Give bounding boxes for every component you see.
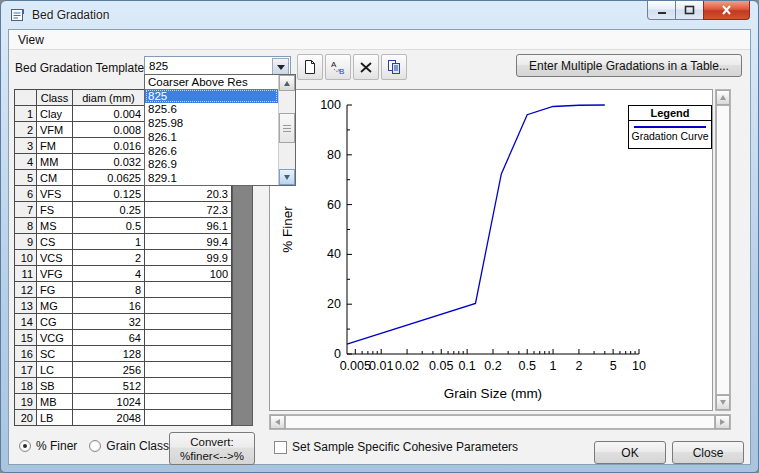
diam-cell[interactable]: 8 — [73, 282, 145, 298]
diam-cell[interactable]: 1 — [73, 234, 145, 250]
row-number-cell: 2 — [15, 122, 37, 138]
bed-gradation-dialog: Bed Gradation View Bed Gradation Templat… — [0, 0, 759, 473]
convert-button-line1: Convert: — [190, 435, 233, 449]
percent-finer-cell[interactable]: 96.1 — [145, 218, 232, 234]
svg-text:Grain Size (mm): Grain Size (mm) — [444, 386, 542, 401]
diam-cell[interactable]: 0.25 — [73, 202, 145, 218]
scroll-up-button[interactable] — [716, 90, 730, 105]
template-toolbar: A B — [297, 54, 407, 80]
percent-finer-cell[interactable]: 72.3 — [145, 202, 232, 218]
minimize-button[interactable] — [647, 1, 676, 20]
diam-cell[interactable]: 1024 — [73, 394, 145, 410]
svg-text:A: A — [331, 60, 337, 69]
class-cell: LB — [37, 410, 73, 426]
percent-finer-cell[interactable] — [145, 362, 232, 378]
scroll-down-button[interactable] — [716, 395, 730, 410]
table-row: 13MG16 — [15, 298, 232, 314]
dropdown-item[interactable]: 825.6 — [145, 103, 278, 117]
menu-bar: View — [9, 30, 750, 50]
dropdown-item[interactable]: 829.1 — [145, 171, 278, 185]
diam-cell[interactable]: 32 — [73, 314, 145, 330]
diam-cell[interactable]: 512 — [73, 378, 145, 394]
dropdown-item[interactable]: 825.98 — [145, 116, 278, 130]
chart-horizontal-scrollbar[interactable] — [269, 414, 731, 430]
delete-icon — [358, 59, 374, 75]
diam-cell[interactable]: 0.0625 — [73, 170, 145, 186]
row-number-cell: 11 — [15, 266, 37, 282]
menu-view[interactable]: View — [9, 31, 53, 49]
dropdown-item[interactable]: 826.9 — [145, 158, 278, 172]
svg-text:10: 10 — [632, 359, 646, 373]
class-cell: SC — [37, 346, 73, 362]
percent-finer-cell[interactable]: 20.3 — [145, 186, 232, 202]
dropdown-scrollbar[interactable] — [278, 75, 295, 185]
close-dialog-button[interactable]: Close — [672, 441, 744, 464]
dropdown-item[interactable]: 825 — [145, 89, 278, 103]
diam-cell[interactable]: 0.5 — [73, 218, 145, 234]
svg-text:100: 100 — [320, 98, 341, 112]
diam-cell[interactable]: 0.004 — [73, 106, 145, 122]
percent-finer-cell[interactable]: 99.9 — [145, 250, 232, 266]
scrollbar-thumb[interactable] — [285, 415, 715, 429]
chart-vertical-scrollbar[interactable] — [715, 89, 731, 411]
row-number-cell: 10 — [15, 250, 37, 266]
ok-button[interactable]: OK — [594, 441, 666, 464]
diam-cell[interactable]: 256 — [73, 362, 145, 378]
svg-text:20: 20 — [327, 297, 341, 311]
svg-text:0.01: 0.01 — [369, 359, 393, 373]
diam-cell[interactable]: 64 — [73, 330, 145, 346]
table-row: 15VCG64 — [15, 330, 232, 346]
window-title: Bed Gradation — [32, 8, 109, 22]
class-cell: FS — [37, 202, 73, 218]
enter-multiple-gradations-button[interactable]: Enter Multiple Gradations in a Table... — [516, 54, 742, 77]
delete-template-button[interactable] — [353, 54, 379, 80]
percent-finer-cell[interactable] — [145, 394, 232, 410]
diam-cell[interactable]: 0.008 — [73, 122, 145, 138]
svg-text:60: 60 — [327, 198, 341, 212]
percent-finer-cell[interactable] — [145, 378, 232, 394]
cohesive-parameters-checkbox[interactable]: Set Sample Specific Cohesive Parameters — [274, 440, 518, 454]
convert-button[interactable]: Convert: %finer<-->% — [169, 432, 255, 465]
percent-finer-cell[interactable] — [145, 314, 232, 330]
row-number-cell: 6 — [15, 186, 37, 202]
new-template-button[interactable] — [297, 54, 323, 80]
table-row: 12FG8 — [15, 282, 232, 298]
diam-cell[interactable]: 16 — [73, 298, 145, 314]
scrollbar-thumb[interactable] — [279, 113, 295, 143]
grip-icon — [283, 125, 291, 132]
diam-cell[interactable]: 0.016 — [73, 138, 145, 154]
diam-cell[interactable]: 2 — [73, 250, 145, 266]
row-number-cell: 14 — [15, 314, 37, 330]
percent-finer-cell[interactable] — [145, 410, 232, 426]
rename-template-button[interactable]: A B — [325, 54, 351, 80]
dropdown-item[interactable]: 826.1 — [145, 130, 278, 144]
scroll-up-button[interactable] — [279, 75, 295, 91]
row-number-cell: 3 — [15, 138, 37, 154]
percent-finer-cell[interactable] — [145, 330, 232, 346]
diam-cell[interactable]: 0.032 — [73, 154, 145, 170]
percent-finer-cell[interactable] — [145, 298, 232, 314]
table-row: 7FS0.2572.3 — [15, 202, 232, 218]
radio-percent-finer[interactable]: % Finer — [19, 439, 77, 453]
dropdown-item[interactable]: 826.6 — [145, 144, 278, 158]
percent-finer-cell[interactable]: 100 — [145, 266, 232, 282]
scroll-right-button[interactable] — [715, 415, 730, 429]
scrollbar-thumb[interactable] — [716, 105, 730, 395]
table-row: 9CS199.4 — [15, 234, 232, 250]
diam-cell[interactable]: 2048 — [73, 410, 145, 426]
dropdown-item[interactable]: Coarser Above Res — [145, 75, 278, 89]
copy-template-button[interactable] — [381, 54, 407, 80]
diam-cell[interactable]: 128 — [73, 346, 145, 362]
maximize-button[interactable] — [675, 1, 704, 20]
percent-finer-cell[interactable] — [145, 346, 232, 362]
diam-cell[interactable]: 0.125 — [73, 186, 145, 202]
scroll-left-button[interactable] — [270, 415, 285, 429]
diam-cell[interactable]: 4 — [73, 266, 145, 282]
table-row: 8MS0.596.1 — [15, 218, 232, 234]
percent-finer-cell[interactable]: 99.4 — [145, 234, 232, 250]
radio-label: % Finer — [36, 439, 77, 453]
convert-button-line2: %finer<-->% — [180, 449, 244, 463]
scroll-down-button[interactable] — [279, 169, 295, 185]
close-button[interactable] — [703, 1, 750, 20]
percent-finer-cell[interactable] — [145, 282, 232, 298]
